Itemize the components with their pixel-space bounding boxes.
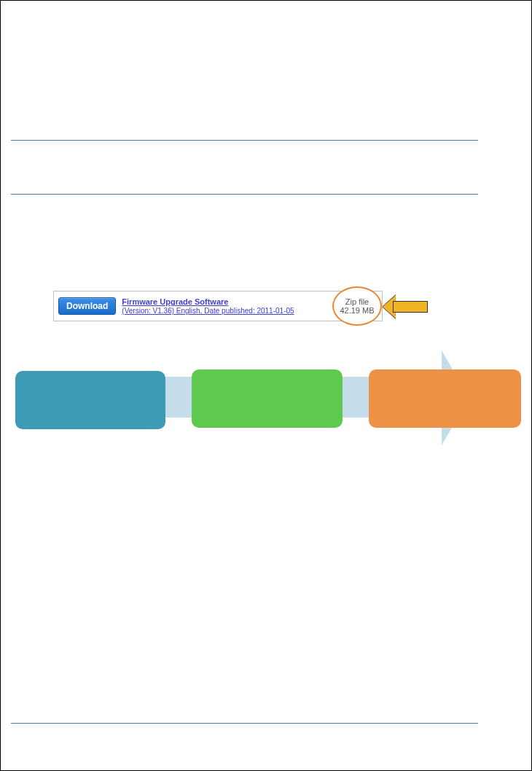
divider-line <box>11 723 478 724</box>
download-title-link[interactable]: Firmware Upgrade Software <box>122 297 228 306</box>
flow-diagram <box>15 351 525 445</box>
file-type-text: Zip file <box>345 297 369 306</box>
download-button[interactable]: Download <box>58 297 116 315</box>
file-size-text: 42.19 MB <box>340 306 374 315</box>
divider-line <box>11 140 478 141</box>
flow-step-3 <box>369 369 521 428</box>
flow-step-2 <box>192 369 343 428</box>
arrow-indicator-icon <box>383 295 429 318</box>
divider-line <box>11 194 478 195</box>
download-subtitle-link[interactable]: (Version: V1.36) English, Date published… <box>122 307 294 315</box>
flow-step-1 <box>15 371 165 429</box>
file-badge: Zip file 42.19 MB <box>332 286 382 326</box>
